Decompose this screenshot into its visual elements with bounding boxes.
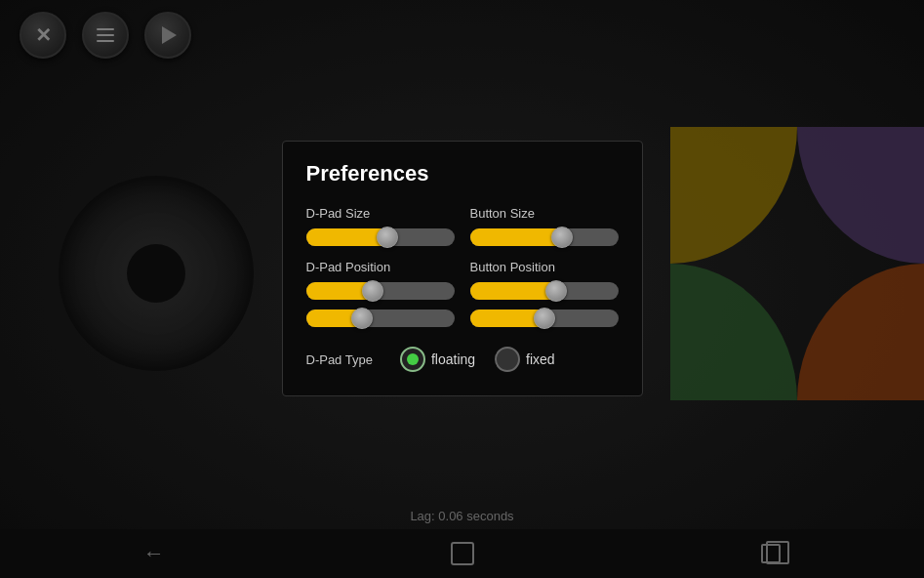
fixed-radio[interactable] (495, 347, 520, 372)
dpad-size-section: D-Pad Size (306, 206, 455, 256)
button-position-section: Button Position (470, 260, 619, 337)
dpad-size-thumb[interactable] (377, 227, 398, 248)
floating-label: floating (431, 351, 475, 367)
button-position-y-thumb[interactable] (534, 308, 555, 329)
dpad-position-label: D-Pad Position (306, 260, 455, 274)
floating-radio[interactable] (400, 347, 425, 372)
button-position-x-thumb[interactable] (545, 280, 567, 302)
dpad-size-slider[interactable] (306, 228, 455, 246)
button-size-fill (470, 228, 562, 246)
modal-title: Preferences (306, 161, 619, 186)
dpad-type-row: D-Pad Type floating fixed (306, 347, 619, 372)
preferences-modal: Preferences D-Pad Size Button Size D-Pad… (282, 141, 643, 396)
button-size-section: Button Size (470, 206, 619, 256)
button-position-x-fill (470, 282, 556, 300)
dpad-size-label: D-Pad Size (306, 206, 455, 221)
dpad-position-x-slider[interactable] (306, 282, 455, 300)
dpad-type-label: D-Pad Type (306, 352, 373, 367)
fixed-label: fixed (526, 351, 555, 367)
floating-option[interactable]: floating (400, 347, 475, 372)
button-position-x-slider[interactable] (470, 282, 619, 300)
fixed-option[interactable]: fixed (495, 347, 555, 372)
dpad-size-fill (306, 228, 388, 246)
preferences-grid: D-Pad Size Button Size D-Pad Position (306, 206, 619, 337)
dpad-position-y-thumb[interactable] (351, 308, 373, 329)
dpad-position-section: D-Pad Position (306, 260, 455, 337)
dpad-position-x-thumb[interactable] (362, 280, 383, 302)
button-size-slider[interactable] (470, 228, 619, 246)
button-position-y-slider[interactable] (470, 310, 619, 327)
floating-radio-dot (407, 353, 419, 365)
button-position-label: Button Position (470, 260, 619, 274)
button-size-label: Button Size (470, 206, 619, 221)
button-size-thumb[interactable] (551, 227, 573, 248)
dpad-position-y-slider[interactable] (306, 310, 455, 327)
